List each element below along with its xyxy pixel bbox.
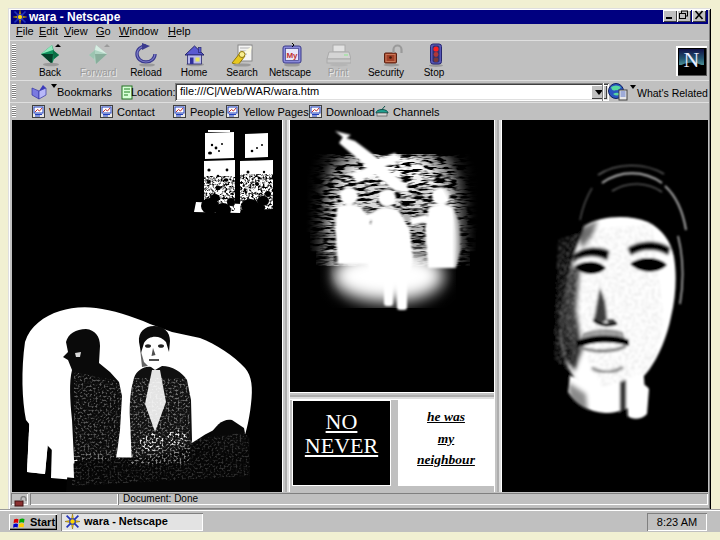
svg-text:N: N bbox=[684, 47, 700, 72]
svg-text:My: My bbox=[286, 51, 298, 60]
